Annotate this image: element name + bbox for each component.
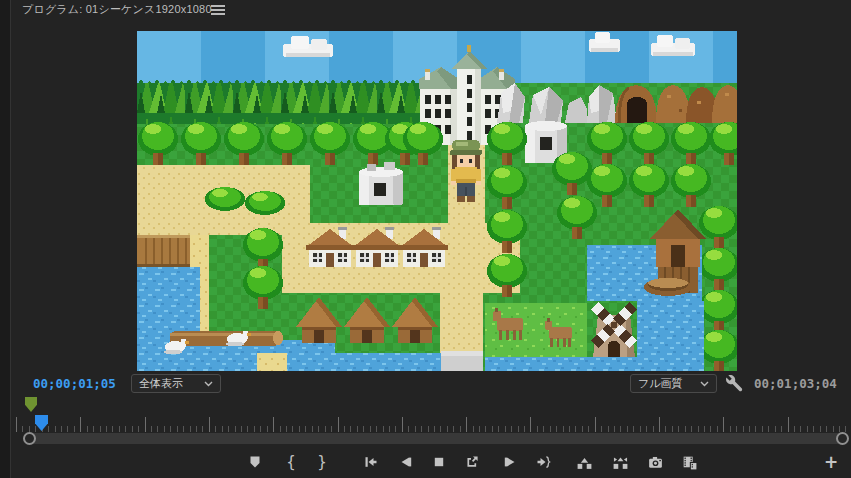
panel-left-edge: [0, 0, 11, 478]
camera-icon: [647, 454, 664, 471]
ruler-tick: [363, 426, 364, 432]
program-monitor-viewport[interactable]: [137, 31, 737, 371]
ruler-tick: [698, 426, 699, 432]
ruler-tick: [100, 426, 101, 432]
panel-menu-button[interactable]: [211, 4, 225, 15]
timeline-zoom-scrollbar[interactable]: [29, 433, 843, 444]
export-frame-button[interactable]: [642, 449, 668, 475]
timeline-marker[interactable]: [25, 397, 37, 412]
ruler-tick: [299, 426, 300, 432]
ruler-tick: [543, 426, 544, 432]
ruler-tick: [730, 426, 731, 432]
stop-icon: [431, 454, 447, 470]
monitor-settings-button[interactable]: [725, 374, 745, 394]
ruler-tick: [498, 426, 499, 432]
ruler-tick: [338, 417, 339, 432]
ruler-tick: [434, 426, 435, 432]
ruler-tick: [292, 426, 293, 432]
ruler-tick: [318, 426, 319, 432]
go-to-out-button[interactable]: [530, 449, 556, 475]
ruler-tick: [22, 426, 23, 432]
ruler-tick: [215, 426, 216, 432]
ruler-tick: [627, 426, 628, 432]
export-button[interactable]: [459, 449, 485, 475]
ruler-tick: [241, 426, 242, 432]
ruler-tick: [286, 426, 287, 432]
filmstrips-icon: [681, 454, 698, 471]
ruler-tick: [190, 426, 191, 432]
ruler-tick: [466, 417, 467, 432]
ruler-tick: [691, 426, 692, 432]
ruler-tick: [280, 426, 281, 432]
playback-quality-dropdown[interactable]: フル画質: [630, 374, 717, 393]
ruler-tick: [614, 426, 615, 432]
go-to-in-button[interactable]: [358, 449, 384, 475]
add-marker-button[interactable]: [242, 449, 268, 475]
ruler-tick: [48, 426, 49, 432]
lift-button[interactable]: [571, 449, 597, 475]
ruler-tick: [202, 426, 203, 432]
ruler-tick: [312, 426, 313, 432]
ruler-tick: [331, 426, 332, 432]
ruler-tick: [183, 426, 184, 432]
ruler-tick: [344, 426, 345, 432]
mark-out-button[interactable]: }: [309, 449, 335, 475]
button-editor-button[interactable]: +: [818, 449, 844, 475]
ruler-tick: [575, 426, 576, 432]
ruler-tick: [106, 426, 107, 432]
ruler-tick: [447, 426, 448, 432]
extract-icon: [612, 454, 629, 471]
panel-title: プログラム: 01シーケンス1920x1080: [22, 2, 212, 17]
ruler-tick: [145, 417, 146, 432]
step-forward-button[interactable]: [497, 449, 523, 475]
timeline-ruler[interactable]: [0, 415, 851, 433]
zoom-handle-left[interactable]: [23, 432, 36, 445]
plus-icon: +: [824, 454, 838, 471]
ruler-tick: [550, 426, 551, 432]
ruler-tick: [749, 426, 750, 432]
marker-icon: [247, 454, 263, 470]
ruler-tick: [582, 426, 583, 432]
play-stop-button[interactable]: [426, 449, 452, 475]
ruler-tick: [524, 426, 525, 432]
ruler-tick: [61, 426, 62, 432]
zoom-handle-right[interactable]: [836, 432, 849, 445]
ruler-tick: [177, 426, 178, 432]
ruler-tick: [235, 426, 236, 432]
chevron-down-icon: [204, 381, 213, 387]
cottages: [306, 227, 448, 267]
ruler-tick: [74, 426, 75, 432]
ruler-tick: [151, 426, 152, 432]
ruler-tick: [640, 426, 641, 432]
ruler-tick: [196, 426, 197, 432]
wrench-icon: [725, 374, 743, 392]
autumn-trees: [656, 85, 737, 123]
ruler-tick: [659, 417, 660, 432]
ruler-tick: [93, 426, 94, 432]
ruler-tick: [473, 426, 474, 432]
ruler-tick: [685, 426, 686, 432]
fit-dropdown[interactable]: 全体表示: [131, 374, 221, 393]
ruler-tick: [112, 426, 113, 432]
comparison-view-button[interactable]: [676, 449, 702, 475]
current-timecode[interactable]: 00;00;01;05: [33, 376, 116, 391]
mark-in-button[interactable]: {: [278, 449, 304, 475]
ruler-tick: [646, 426, 647, 432]
ruler-tick: [389, 426, 390, 432]
ruler-tick: [305, 426, 306, 432]
ruler-tick: [125, 426, 126, 432]
cave-entrance: [627, 97, 647, 123]
ruler-tick: [460, 426, 461, 432]
ruler-tick: [440, 426, 441, 432]
extract-button[interactable]: [607, 449, 633, 475]
conifer-treeline: [137, 79, 427, 124]
step-back-button[interactable]: [393, 449, 419, 475]
ruler-tick: [665, 426, 666, 432]
ruler-tick: [511, 426, 512, 432]
ruler-tick: [839, 426, 840, 432]
ruler-tick: [35, 426, 36, 432]
ruler-tick: [228, 426, 229, 432]
ruler-tick: [717, 426, 718, 432]
ruler-tick: [492, 426, 493, 432]
ruler-tick: [678, 426, 679, 432]
